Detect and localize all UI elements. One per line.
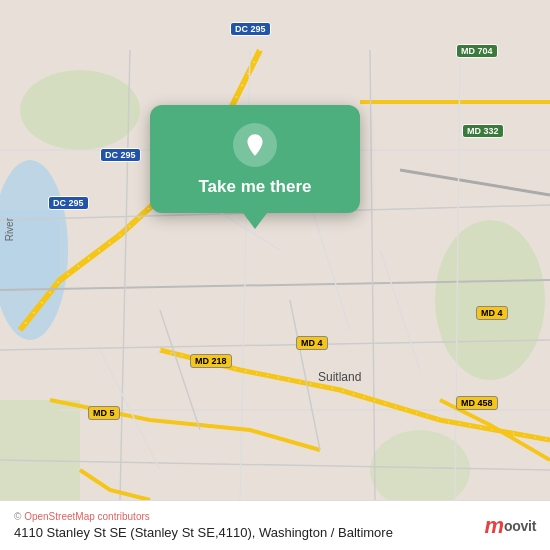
road-badge-md458: MD 458 bbox=[456, 396, 498, 410]
svg-rect-1 bbox=[0, 210, 60, 290]
road-badge-md332: MD 332 bbox=[462, 124, 504, 138]
bottom-text-group: © OpenStreetMap contributors 4110 Stanle… bbox=[14, 511, 393, 540]
osm-link[interactable]: OpenStreetMap contributors bbox=[24, 511, 150, 522]
location-pin-icon bbox=[242, 132, 268, 158]
road-badge-md4-right: MD 4 bbox=[476, 306, 508, 320]
map-roads-svg bbox=[0, 0, 550, 550]
moovit-logo: m oovit bbox=[484, 513, 536, 539]
location-icon-circle bbox=[233, 123, 277, 167]
moovit-logo-letter: m bbox=[484, 513, 503, 539]
popup-label: Take me there bbox=[198, 177, 311, 197]
map-container: DC 295 DC 295 DC 295 MD 704 MD 332 MD 4 … bbox=[0, 0, 550, 550]
road-badge-md4-mid: MD 4 bbox=[296, 336, 328, 350]
road-badge-dc295-top: DC 295 bbox=[230, 22, 271, 36]
road-badge-md704: MD 704 bbox=[456, 44, 498, 58]
popup-card[interactable]: Take me there bbox=[150, 105, 360, 213]
road-badge-md5: MD 5 bbox=[88, 406, 120, 420]
svg-line-21 bbox=[160, 310, 200, 430]
road-badge-dc295-left: DC 295 bbox=[48, 196, 89, 210]
svg-rect-5 bbox=[0, 400, 80, 500]
road-badge-md218: MD 218 bbox=[190, 354, 232, 368]
svg-line-20 bbox=[380, 250, 420, 370]
moovit-logo-text: oovit bbox=[504, 518, 536, 534]
copyright-line: © OpenStreetMap contributors bbox=[14, 511, 393, 522]
address-line: 4110 Stanley St SE (Stanley St SE,4110),… bbox=[14, 525, 393, 540]
svg-line-7 bbox=[400, 170, 550, 195]
svg-line-22 bbox=[290, 300, 320, 450]
svg-point-3 bbox=[435, 220, 545, 380]
bottom-bar: © OpenStreetMap contributors 4110 Stanle… bbox=[0, 500, 550, 550]
road-badge-dc295-mid: DC 295 bbox=[100, 148, 141, 162]
svg-point-2 bbox=[20, 70, 140, 150]
svg-line-16 bbox=[370, 50, 375, 500]
